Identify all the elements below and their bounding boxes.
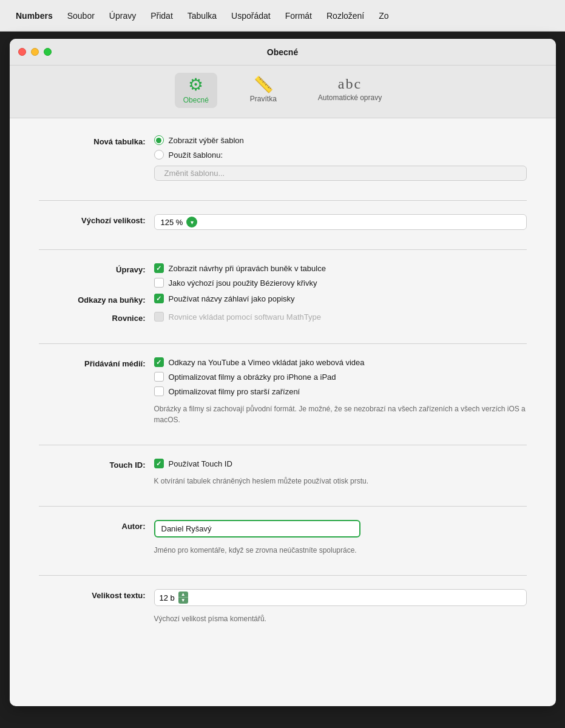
nova-tabulka-controls: Zobrazit výběr šablon Použít šablonu: Zm… (154, 135, 527, 181)
menu-pridat[interactable]: Přidat (144, 8, 179, 23)
stepper-up-button[interactable]: ▲ (178, 592, 188, 598)
dropdown-arrow-icon: ▾ (186, 217, 197, 228)
option-pouzit-sablonu[interactable]: Použít šablonu: (154, 150, 527, 160)
rovnice-placeholder: Rovnice vkládat pomocí softwaru MathType (169, 312, 321, 322)
ruler-icon: 📏 (254, 76, 273, 92)
odkazy-na-bunky-controls: Používat názvy záhlaví jako popisky (154, 294, 527, 303)
tab-pravitka-label: Pravítka (250, 95, 277, 103)
abc-icon: abc (338, 76, 362, 91)
section-nova-tabulka: Nová tabulka: Zobrazit výběr šablon Použ… (39, 135, 527, 201)
menu-format[interactable]: Formát (279, 8, 318, 23)
menu-numbers[interactable]: Numbers (10, 8, 59, 23)
checkbox-pouzivat-touch-id[interactable] (154, 459, 164, 468)
vychozi-velikost-value: 125 % (161, 218, 183, 227)
traffic-lights (18, 48, 52, 56)
tab-autocorrect[interactable]: abc Automatické opravy (310, 73, 390, 108)
checkbox-optimalizovat-filmy-label: Optimalizovat filmy a obrázky pro iPhone… (169, 372, 336, 382)
checkbox-optimalizovat-starsich[interactable] (154, 386, 164, 396)
rovnice-controls: Rovnice vkládat pomocí softwaru MathType (154, 312, 527, 322)
checkbox-zobrazit-navrhy[interactable] (154, 263, 164, 273)
velikost-textu-controls: 12 b ▲ ▼ Výchozí velikost písma komentář… (154, 589, 527, 624)
menu-usporadat[interactable]: Uspořádat (225, 8, 277, 23)
option-youtube-vimeo[interactable]: Odkazy na YouTube a Vimeo vkládat jako w… (154, 357, 527, 367)
preferences-window: Obecné ⚙ Obecné 📏 Pravítka abc Automatic… (10, 39, 556, 706)
stepper-down-button[interactable]: ▼ (178, 598, 188, 604)
radio-pouzit-sablonu-label: Použít šablonu: (169, 150, 223, 160)
autor-note: Jméno pro komentáře, když se zrovna neúč… (154, 545, 527, 556)
checkbox-youtube-vimeo-label: Odkazy na YouTube a Vimeo vkládat jako w… (169, 358, 365, 367)
option-pouzivat-nazvy[interactable]: Používat názvy záhlaví jako popisky (154, 294, 527, 303)
checkbox-pouzivat-touch-id-label: Používat Touch ID (169, 459, 232, 468)
menu-tabulka[interactable]: Tabulka (181, 8, 223, 23)
checkbox-optimalizovat-filmy[interactable] (154, 372, 164, 382)
odkazy-na-bunky-label: Odkazy na buňky: (39, 294, 154, 306)
section-touch-id: Touch ID: Používat Touch ID K otvírání t… (39, 459, 527, 507)
minimize-button[interactable] (31, 48, 39, 56)
window-title: Obecné (267, 47, 298, 57)
checkbox-rovnice[interactable] (154, 312, 164, 322)
vychozi-velikost-controls: 125 % ▾ (154, 214, 527, 230)
autor-controls: Jméno pro komentáře, když se zrovna neúč… (154, 520, 527, 556)
upravy-label: Úpravy: (39, 263, 154, 275)
section-velikost-textu: Velikost textu: 12 b ▲ ▼ Výchozí velikos… (39, 589, 527, 644)
vychozi-velikost-row: Výchozí velikost: 125 % ▾ (39, 214, 527, 230)
option-zobrazit-vyber[interactable]: Zobrazit výběr šablon (154, 135, 527, 145)
close-button[interactable] (18, 48, 26, 56)
option-optimalizovat-filmy[interactable]: Optimalizovat filmy a obrázky pro iPhone… (154, 372, 527, 382)
gear-icon: ⚙ (188, 76, 203, 93)
nova-tabulka-row: Nová tabulka: Zobrazit výběr šablon Použ… (39, 135, 527, 181)
checkbox-optimalizovat-starsich-label: Optimalizovat filmy pro starší zařízení (169, 387, 300, 396)
touch-id-row: Touch ID: Používat Touch ID K otvírání t… (39, 459, 527, 487)
checkbox-pouzivat-nazvy-label: Používat názvy záhlaví jako popisky (169, 294, 295, 303)
option-optimalizovat-starsich[interactable]: Optimalizovat filmy pro starší zařízení (154, 386, 527, 396)
vychozi-velikost-dropdown[interactable]: 125 % ▾ (154, 214, 527, 230)
radio-zobrazit-vyber[interactable] (154, 135, 164, 145)
checkbox-bezierovy-krivky[interactable] (154, 278, 164, 288)
touch-id-note: K otvírání tabulek chráněných heslem můž… (154, 476, 527, 487)
rovnice-label: Rovnice: (39, 312, 154, 324)
menubar: Numbers Soubor Úpravy Přidat Tabulka Usp… (0, 0, 565, 32)
menu-soubor[interactable]: Soubor (61, 8, 101, 23)
upravy-row: Úpravy: Zobrazit návrhy při úpravách bun… (39, 263, 527, 288)
radio-pouzit-sablonu[interactable] (154, 150, 164, 160)
velikost-textu-label: Velikost textu: (39, 589, 154, 601)
velikost-textu-value: 12 b (160, 593, 175, 602)
option-rovnice: Rovnice vkládat pomocí softwaru MathType (154, 312, 527, 322)
menu-zo[interactable]: Zo (373, 8, 394, 23)
section-upravy: Úpravy: Zobrazit návrhy při úpravách bun… (39, 263, 527, 344)
tab-obecne-label: Obecné (183, 96, 209, 104)
rovnice-row: Rovnice: Rovnice vkládat pomocí softwaru… (39, 312, 527, 324)
tab-pravitka[interactable]: 📏 Pravítka (242, 73, 285, 108)
touch-id-controls: Používat Touch ID K otvírání tabulek chr… (154, 459, 527, 487)
maximize-button[interactable] (44, 48, 52, 56)
vychozi-velikost-label: Výchozí velikost: (39, 214, 154, 226)
stepper-arrows: ▲ ▼ (178, 592, 188, 604)
checkbox-pouzivat-nazvy[interactable] (154, 294, 164, 303)
tab-autocorrect-label: Automatické opravy (318, 93, 382, 102)
autor-label: Autor: (39, 520, 154, 532)
menu-rozlozeni[interactable]: Rozložení (320, 8, 370, 23)
pridavani-medii-controls: Odkazy na YouTube a Vimeo vkládat jako w… (154, 357, 527, 425)
section-vychozi-velikost: Výchozí velikost: 125 % ▾ (39, 214, 527, 250)
checkbox-zobrazit-navrhy-label: Zobrazit návrhy při úpravách buněk v tab… (169, 264, 326, 273)
title-bar: Obecné (10, 39, 556, 66)
option-pouzivat-touch-id[interactable]: Používat Touch ID (154, 459, 527, 468)
autor-input[interactable] (154, 520, 360, 538)
tab-obecne[interactable]: ⚙ Obecné (175, 73, 217, 108)
pridavani-medii-note: Obrázky a filmy si zachovají původní for… (154, 403, 527, 425)
pridavani-medii-row: Přidávání médií: Odkazy na YouTube a Vim… (39, 357, 527, 425)
velikost-textu-stepper[interactable]: 12 b ▲ ▼ (154, 589, 527, 606)
velikost-textu-row: Velikost textu: 12 b ▲ ▼ Výchozí velikos… (39, 589, 527, 624)
toolbar: ⚙ Obecné 📏 Pravítka abc Automatické opra… (10, 66, 556, 118)
checkbox-bezierovy-krivky-label: Jako výchozí jsou použity Bézierovy křiv… (169, 278, 317, 288)
checkbox-youtube-vimeo[interactable] (154, 357, 164, 367)
menu-upravy[interactable]: Úpravy (103, 8, 142, 23)
section-autor: Autor: Jméno pro komentáře, když se zrov… (39, 520, 527, 576)
option-zobrazit-navrhy[interactable]: Zobrazit návrhy při úpravách buněk v tab… (154, 263, 527, 273)
zmenit-sablonu-button[interactable]: Změnit šablonu... (154, 166, 527, 181)
autor-row: Autor: Jméno pro komentáře, když se zrov… (39, 520, 527, 556)
velikost-textu-note: Výchozí velikost písma komentářů. (154, 613, 527, 624)
nova-tabulka-label: Nová tabulka: (39, 135, 154, 147)
odkazy-na-bunky-row: Odkazy na buňky: Používat názvy záhlaví … (39, 294, 527, 306)
option-bezierovy-krivky[interactable]: Jako výchozí jsou použity Bézierovy křiv… (154, 278, 527, 288)
